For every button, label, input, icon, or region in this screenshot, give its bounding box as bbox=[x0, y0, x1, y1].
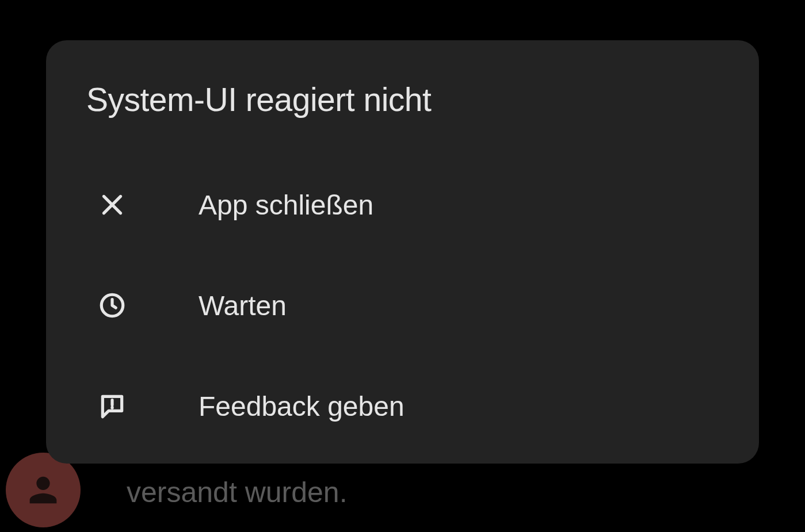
close-icon bbox=[95, 187, 129, 222]
feedback-label: Feedback geben bbox=[199, 391, 405, 422]
avatar[interactable] bbox=[6, 453, 81, 527]
dialog-title: System-UI reagiert nicht bbox=[86, 81, 719, 118]
wait-label: Warten bbox=[199, 290, 287, 322]
background-text: versandt wurden. bbox=[127, 476, 348, 509]
wait-option[interactable]: Warten bbox=[86, 277, 719, 334]
person-icon bbox=[23, 470, 63, 510]
anr-dialog: System-UI reagiert nicht App schließen W… bbox=[46, 40, 759, 464]
feedback-option[interactable]: Feedback geben bbox=[86, 377, 719, 435]
feedback-icon bbox=[95, 389, 129, 423]
close-app-label: App schließen bbox=[199, 189, 373, 221]
close-app-option[interactable]: App schließen bbox=[86, 176, 719, 234]
clock-icon bbox=[95, 288, 129, 323]
